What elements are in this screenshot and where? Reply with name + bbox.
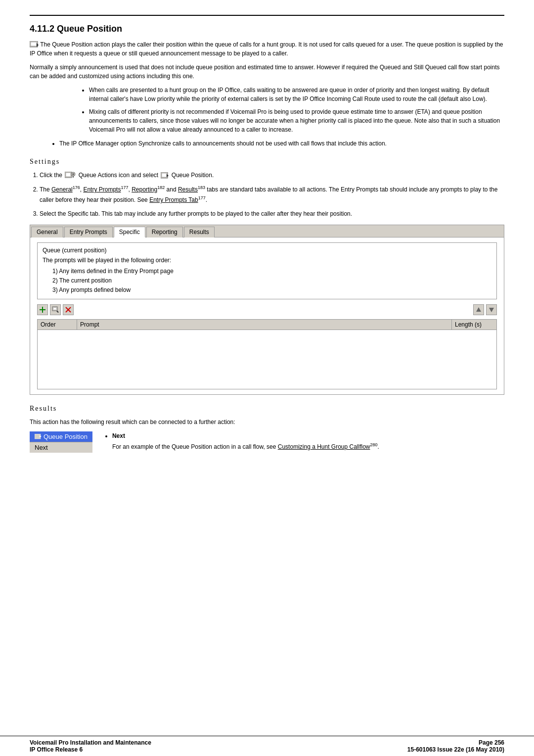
results-heading: Results	[30, 405, 504, 413]
queue-position-icon	[161, 172, 169, 179]
results-desc: This action has the following result whi…	[30, 418, 504, 426]
page-footer: Voicemail Pro Installation and Maintenan…	[0, 736, 534, 756]
results-text-container: Next For an example of the Queue Positio…	[102, 431, 504, 451]
page-title: 4.11.2 Queue Position	[30, 24, 504, 34]
edit-icon	[52, 306, 59, 313]
add-button[interactable]	[37, 304, 48, 315]
table-body	[37, 330, 497, 389]
tab-specific[interactable]: Specific	[114, 227, 145, 237]
svg-marker-18	[476, 307, 481, 312]
entry-prompts-tab-link[interactable]: Entry Prompts Tab	[149, 196, 198, 203]
toolbar-right	[473, 304, 497, 315]
step-2: The General176, Entry Prompts177, Report…	[40, 184, 504, 205]
flow-icon	[35, 434, 42, 440]
queue-step-1: 1) Any items defined in the Entry Prompt…	[52, 267, 491, 276]
intro-para-1: The Queue Position action plays the call…	[30, 40, 504, 58]
svg-rect-1	[31, 42, 37, 46]
general-link[interactable]: General	[51, 186, 73, 193]
table-header: Order Prompt Length (s)	[37, 319, 497, 330]
svg-rect-7	[73, 176, 74, 178]
bullet-list-1: When calls are presented to a hunt group…	[89, 86, 504, 134]
tab-panel: General Entry Prompts Specific Reporting…	[30, 225, 504, 395]
bullet-item-1: When calls are presented to a hunt group…	[89, 86, 504, 103]
bullet-list-outer: The IP Office Manager option Synchronize…	[59, 139, 504, 148]
tab-entry-prompts[interactable]: Entry Prompts	[64, 227, 113, 237]
queue-steps: 1) Any items defined in the Entry Prompt…	[52, 267, 491, 295]
settings-steps: Click the Queue Actions icon and select …	[40, 171, 504, 219]
top-border	[30, 15, 504, 16]
step-3: Select the Specific tab. This tab may in…	[40, 209, 504, 219]
entry-prompts-link[interactable]: Entry Prompts	[83, 186, 121, 193]
svg-rect-14	[53, 308, 56, 310]
results-link[interactable]: Results	[178, 186, 198, 193]
svg-rect-12	[40, 309, 45, 310]
bullet-outer-item: The IP Office Manager option Synchronize…	[59, 139, 504, 148]
col-order-header: Order	[38, 320, 77, 330]
svg-point-6	[72, 173, 74, 175]
footer-product: IP Office Release 6	[30, 746, 151, 753]
tab-reporting[interactable]: Reporting	[146, 227, 183, 237]
queue-box-title: Queue (current position)	[43, 247, 491, 254]
results-list: Next For an example of the Queue Positio…	[112, 431, 504, 451]
flow-box: Queue Position Next	[30, 431, 92, 453]
intro-para-2: Normally a simply announcement is used t…	[30, 63, 504, 81]
footer-left: Voicemail Pro Installation and Maintenan…	[30, 739, 151, 753]
queue-step-2: 2) The current position	[52, 276, 491, 285]
tab-general[interactable]: General	[31, 227, 63, 237]
svg-rect-9	[162, 173, 167, 177]
tab-content: Queue (current position) The prompts wil…	[30, 237, 504, 395]
svg-rect-4	[66, 173, 71, 177]
delete-button[interactable]	[63, 304, 74, 315]
result-bullet: Next	[112, 432, 125, 439]
toolbar-row	[37, 304, 497, 315]
result-next-item: Next For an example of the Queue Positio…	[112, 431, 504, 451]
up-arrow-icon	[476, 307, 482, 313]
move-down-button[interactable]	[486, 304, 497, 315]
reporting-link[interactable]: Reporting	[132, 186, 157, 193]
footer-right: Page 256 15-601063 Issue 22e (16 May 201…	[407, 739, 504, 753]
flow-box-queue-position: Queue Position	[30, 431, 92, 442]
results-section: Results This action has the following re…	[30, 405, 504, 453]
queue-step-3: 3) Any prompts defined below	[52, 285, 491, 295]
customizing-hunt-group-link[interactable]: Customizing a Hunt Group Callflow	[278, 443, 370, 450]
queue-desc: The prompts will be played in the follow…	[43, 257, 491, 264]
col-length-header: Length (s)	[452, 320, 496, 330]
step-1: Click the Queue Actions icon and select …	[40, 171, 504, 180]
delete-icon	[65, 306, 72, 313]
tab-results[interactable]: Results	[184, 227, 215, 237]
flow-box-next: Next	[30, 442, 92, 453]
move-up-button[interactable]	[473, 304, 484, 315]
settings-heading: Settings	[30, 158, 504, 166]
queue-box: Queue (current position) The prompts wil…	[37, 242, 497, 300]
down-arrow-icon	[489, 307, 494, 313]
footer-page: Page 256	[407, 739, 504, 746]
queue-actions-icon	[65, 172, 76, 180]
svg-marker-15	[56, 311, 59, 313]
col-prompt-header: Prompt	[77, 320, 452, 330]
bullet-item-2: Mixing calls of different priority is no…	[89, 107, 504, 134]
footer-issue: 15-601063 Issue 22e (16 May 2010)	[407, 746, 504, 753]
svg-marker-19	[489, 308, 494, 312]
page-container: 4.11.2 Queue Position The Queue Position…	[0, 0, 534, 756]
tab-bar: General Entry Prompts Specific Reporting…	[30, 225, 504, 237]
queue-icon	[30, 41, 39, 49]
edit-button[interactable]	[50, 304, 61, 315]
results-flow: Queue Position Next Next For an example …	[30, 431, 504, 453]
add-icon	[39, 306, 46, 313]
footer-title: Voicemail Pro Installation and Maintenan…	[30, 739, 151, 746]
